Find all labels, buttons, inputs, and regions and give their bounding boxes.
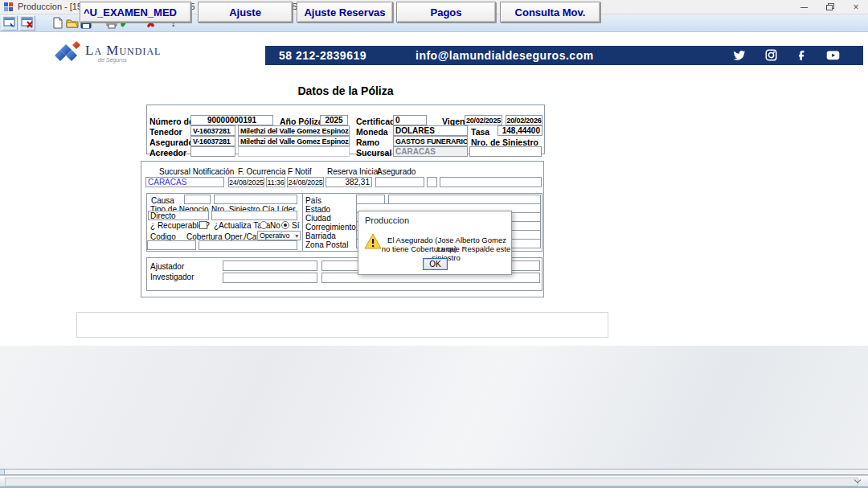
brand-name: La Mundial: [85, 43, 161, 59]
codigo-field[interactable]: [147, 240, 196, 250]
brand-tagline: de Seguros: [98, 57, 127, 63]
ano-poliza-field[interactable]: 2025: [320, 115, 348, 125]
vigencia-hasta-field[interactable]: 20/02/2026: [506, 115, 542, 125]
ok-button[interactable]: OK: [423, 258, 448, 270]
email-address: info@lamundialdeseguros.com: [416, 49, 594, 62]
corregimiento-label: Corregimiento: [305, 223, 356, 232]
ajuste-button[interactable]: Ajuste: [198, 2, 293, 23]
ajuste-reservas-button[interactable]: Ajuste Reservas: [297, 2, 393, 23]
numero-label: Número de: [149, 117, 194, 126]
status-bar: [0, 475, 868, 488]
nro-siniestro-cia-field[interactable]: [211, 211, 297, 220]
zona-postal-label: Zona Postal: [305, 240, 348, 249]
certificado-field[interactable]: 0: [393, 115, 427, 125]
reserva-inicial-field[interactable]: 382,31: [326, 177, 372, 187]
asegurado-notif-field-3[interactable]: [440, 177, 542, 187]
radio-no-label: No: [270, 221, 280, 230]
tenedor-nombre-field[interactable]: Milethzi del Valle Gomez Espinoz: [238, 125, 350, 136]
tasa-label: Tasa: [471, 127, 489, 137]
warning-icon: [364, 233, 382, 252]
hora-ocurrencia-field[interactable]: 11:36: [266, 177, 285, 187]
restore-button[interactable]: [817, 0, 841, 14]
open-folder-icon: [66, 18, 79, 29]
tipo-negocio-field[interactable]: Directo: [148, 211, 209, 220]
acreedor-id-field[interactable]: [190, 146, 235, 157]
instagram-icon[interactable]: [765, 49, 778, 62]
ciudad-label: Ciudad: [305, 214, 331, 223]
sucursal-label: Sucursal: [356, 148, 391, 158]
vigencia-desde-field[interactable]: 20/02/2025: [465, 115, 502, 125]
asegurado-nombre-field[interactable]: Milethzi del Valle Gomez Espinoz: [238, 136, 350, 146]
asegurado-notif-field-2[interactable]: [427, 177, 437, 187]
mdi-background: [0, 346, 868, 469]
facebook-icon[interactable]: [796, 49, 809, 62]
ramo-field[interactable]: GASTOS FUNERARIO: [393, 136, 468, 146]
f-notif-label: F Notif: [288, 167, 311, 176]
f-ocurrencia-label: F. Ocurrencia: [238, 167, 285, 176]
horizontal-scrollbar[interactable]: [0, 469, 868, 475]
radio-si-label: Sí: [292, 221, 299, 230]
barriada-label: Barriada: [305, 232, 336, 240]
f-ocurrencia-field[interactable]: 24/08/2025: [228, 177, 264, 187]
contact-bar: 58 212-2839619 info@lamundialdeseguros.c…: [265, 46, 863, 65]
ajustador-field-1[interactable]: [223, 260, 317, 271]
tenedor-label: Tenedor: [149, 127, 182, 137]
cobertura-tipo-value: Operativo: [260, 232, 289, 240]
recuperable-checkbox[interactable]: [199, 221, 207, 229]
youtube-icon[interactable]: [826, 49, 839, 62]
asegurado-notif-label: Asegurado: [377, 167, 416, 176]
asegurado-notif-field-1[interactable]: [375, 177, 424, 187]
f-notif-field[interactable]: 24/08/2025: [287, 177, 324, 187]
moneda-field[interactable]: DOLARES: [393, 125, 468, 136]
acreedor-label: Acreedor: [149, 148, 186, 158]
ajustador-label: Ajustador: [150, 262, 184, 271]
causa-descripcion-field[interactable]: [214, 195, 297, 204]
close-button[interactable]: ×: [844, 0, 868, 14]
sucursal-notificacion-field[interactable]: CARACAS: [145, 177, 224, 187]
status-panel: [5, 478, 858, 486]
form-new-button[interactable]: [2, 15, 18, 31]
scrollbar-nub[interactable]: [0, 470, 5, 474]
moneda-label: Moneda: [356, 127, 388, 137]
asegurado-label: Asegurado: [149, 137, 194, 147]
cobertura-field[interactable]: [199, 240, 297, 250]
form-new-icon: [3, 17, 16, 29]
asegurado-id-field[interactable]: V-16037281: [190, 136, 235, 146]
sucursal-field: CARACAS: [393, 146, 468, 157]
panel-divider: [302, 193, 303, 252]
tasa-field[interactable]: 148,44400: [497, 125, 542, 136]
pais-label: País: [305, 196, 321, 205]
acreedor-nombre-field[interactable]: [238, 146, 350, 157]
pagos-button[interactable]: Pagos: [396, 2, 496, 23]
chevron-down-icon: ▾: [295, 232, 298, 240]
investigador-field-1[interactable]: [223, 273, 317, 283]
nro-siniestro-field[interactable]: [469, 146, 542, 157]
numero-poliza-field[interactable]: 90000000191: [190, 115, 273, 125]
app-icon: [4, 2, 14, 12]
consulta-mov-button[interactable]: Consulta Mov.: [500, 2, 600, 23]
phone-number: 58 212-2839619: [279, 49, 366, 62]
new-document-icon: [53, 17, 63, 29]
new-document-button[interactable]: [50, 15, 66, 31]
page-title: Datos de la Póliza: [265, 84, 426, 97]
causa-codigo-field[interactable]: [184, 195, 211, 204]
reserva-inicial-label: Reserva Inicial: [327, 167, 380, 176]
examen-medico-button[interactable]: ^U_EXAMEN_MED: [80, 2, 191, 23]
sucursal-notificacion-label: Sucursal Notificación: [159, 167, 234, 176]
actualiza-tasa-si-radio[interactable]: [281, 221, 289, 229]
cobertura-tipo-dropdown[interactable]: Operativo ▾: [257, 231, 301, 240]
dialog-title: Produccion: [365, 215, 409, 225]
form-close-icon: [21, 17, 34, 29]
produccion-dialog: Produccion El Asegurado (Jose Alberto Go…: [358, 211, 512, 275]
action-bar: [76, 312, 608, 338]
minimize-button[interactable]: [792, 0, 816, 14]
form-close-button[interactable]: [19, 15, 35, 31]
tenedor-id-field[interactable]: V-16037281: [190, 125, 235, 136]
estado-label: Estado: [305, 205, 330, 214]
investigador-label: Investigador: [150, 273, 194, 281]
causa-label: Causa: [151, 196, 174, 205]
twitter-icon[interactable]: [733, 49, 746, 62]
application-window: Produccion - [157 Sra. Yulia Zapata 01-0…: [0, 0, 868, 488]
actualiza-tasa-no-radio[interactable]: [260, 221, 268, 229]
ramo-label: Ramo: [356, 137, 379, 147]
